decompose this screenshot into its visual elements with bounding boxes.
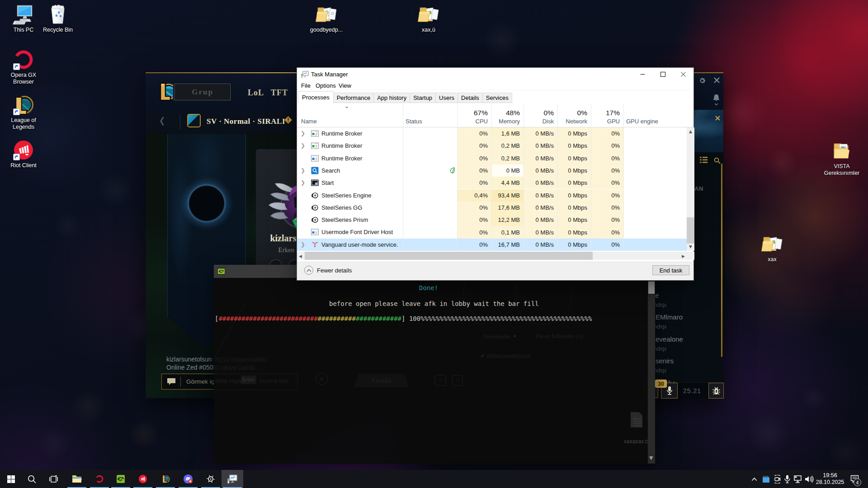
cell-cpu: 0,4% (457, 189, 491, 202)
friend-name: de (651, 291, 720, 299)
tray-show-hidden-icons[interactable] (748, 470, 760, 488)
tab-services[interactable]: Services (483, 93, 512, 103)
column-header-memory[interactable]: Memory (491, 118, 520, 125)
xax-icon-glyph (761, 233, 783, 255)
expand-chevron-icon[interactable]: ❯ (301, 131, 306, 136)
desktop-icon-xax[interactable]: xax (755, 233, 789, 263)
desktop-icon-opera-gx[interactable]: Opera GX Browser (6, 49, 41, 85)
scroll-down-arrow[interactable]: ▼ (689, 244, 692, 249)
end-task-button[interactable]: End task (652, 265, 689, 275)
desktop-icon-riot-client[interactable]: Riot Client (6, 139, 41, 169)
settings-gear-icon[interactable] (698, 77, 706, 84)
league-group-button[interactable]: Grup (175, 84, 231, 100)
expand-chevron-icon[interactable]: ❯ (301, 242, 306, 247)
fewer-details-icon[interactable] (304, 266, 313, 275)
cell-disk: 0 MB/s (524, 226, 557, 238)
menu-view[interactable]: View (339, 82, 351, 89)
process-icon-steelseries-glyph (311, 216, 319, 224)
process-row-steelseries-engine[interactable]: SteelSeries Engine 0,4%93,4 MB0 MB/s0 Mb… (297, 189, 687, 202)
cell-disk: 0 MB/s (524, 152, 557, 164)
action-center-button[interactable] (846, 470, 863, 488)
process-row-steelseries-prism[interactable]: SteelSeries Prism 0%12,2 MB0 MB/s0 Mbps0… (297, 214, 687, 226)
back-chevron-icon[interactable]: ❮ (159, 116, 165, 126)
process-row-start[interactable]: ❯ Start 0%4,4 MB0 MB/s0 Mbps0% (297, 177, 687, 189)
fewer-details-label[interactable]: Fewer details (317, 267, 352, 274)
tab-startup[interactable]: Startup (410, 93, 436, 103)
scroll-up-arrow[interactable]: ▲ (689, 129, 692, 134)
desktop-icon-this-pc[interactable]: This PC (6, 4, 41, 33)
promo-close-icon[interactable] (715, 115, 721, 121)
minimize-button[interactable] (632, 68, 653, 81)
social-scrollbar[interactable] (721, 164, 722, 357)
desktop-icon-league-of-legends[interactable]: League of Legends (6, 94, 41, 130)
tray-capture-icon-glyph (773, 475, 782, 483)
tab-performance[interactable]: Performance (334, 93, 374, 103)
client-close-icon[interactable] (713, 77, 720, 84)
tray-microphone-icon[interactable] (783, 470, 792, 488)
desktop-icon-xax-u[interactable]: xax,ü (411, 4, 446, 33)
process-vertical-scrollbar[interactable]: ▲ ▼ (687, 127, 694, 251)
process-icon-steelseries-glyph (311, 192, 319, 199)
expand-chevron-icon[interactable]: ❯ (301, 143, 306, 148)
process-row-runtime-broker[interactable]: ❯ Runtime Broker 0%1,6 MB0 MB/s0 Mbps0% (297, 127, 687, 140)
tray-network-icon[interactable] (792, 470, 804, 488)
tray-capture-icon[interactable] (772, 470, 783, 488)
riot-client-label: Riot Client (10, 162, 37, 169)
process-row-search[interactable]: ❯ Search 0%0 MB0 MB/s0 Mbps0% (297, 164, 687, 177)
column-separator (457, 103, 458, 251)
process-horizontal-scrollbar[interactable]: ◀ ▶ (297, 252, 687, 260)
menu-options[interactable]: Options (316, 82, 336, 89)
expand-chevron-icon[interactable]: ❯ (301, 168, 306, 173)
friend-search-icon[interactable] (714, 157, 721, 164)
process-icon-window-green-glyph (311, 130, 319, 137)
notification-bell-icon[interactable] (712, 94, 720, 103)
process-row-runtime-broker[interactable]: Runtime Broker 0%0,2 MB0 MB/s0 Mbps0% (297, 152, 687, 164)
scroll-left-arrow[interactable]: ◀ (299, 254, 302, 258)
column-header-name[interactable]: Name (301, 118, 317, 125)
recycle-bin-label: Recycle Bin (43, 27, 73, 33)
tray-app-window-icon[interactable] (760, 470, 771, 488)
shortcut-arrow-icon (13, 108, 20, 115)
horizontal-scroll-thumb[interactable] (305, 252, 593, 260)
console-scrollbar[interactable]: ▼ (648, 278, 655, 464)
column-header-network[interactable]: Network (557, 118, 587, 125)
tray-clock[interactable]: 19:56 28.10.2025 (813, 472, 847, 486)
process-row-usermode-font-driver-host[interactable]: Usermode Font Driver Host 0%0,1 MB0 MB/s… (297, 226, 687, 238)
desktop-icon-goodbyedp[interactable]: goodbyedp... (309, 4, 344, 33)
desktop-icon-recycle-bin[interactable]: Recycle Bin (41, 4, 75, 33)
cell-cpu: 0% (457, 202, 491, 214)
shortcut-arrow-icon-glyph (14, 155, 19, 159)
process-row-steelseries-gg[interactable]: SteelSeries GG 0%17,6 MB0 MB/s0 Mbps0% (297, 202, 687, 214)
column-header-gpu-engine[interactable]: GPU engine (626, 118, 658, 125)
suspended-leaf-icon (449, 167, 456, 174)
cell-gpu: 0% (591, 202, 623, 214)
menu-file[interactable]: File (301, 82, 311, 89)
column-header-status[interactable]: Status (406, 118, 422, 125)
tab-processes[interactable]: Processes (298, 91, 334, 103)
tab-users[interactable]: Users (436, 93, 458, 103)
process-row-runtime-broker[interactable]: ❯ Runtime Broker 0%0,2 MB0 MB/s0 Mbps0% (297, 140, 687, 152)
roster-list-icon[interactable] (700, 157, 708, 163)
column-header-gpu[interactable]: GPU (591, 118, 620, 125)
tab-details[interactable]: Details (458, 93, 483, 103)
task-manager-titlebar[interactable]: Task Manager (297, 68, 693, 81)
league-nav-tft[interactable]: TFT (271, 88, 288, 98)
column-header-cpu[interactable]: CPU (457, 118, 488, 125)
close-button[interactable] (673, 68, 693, 81)
info-diamond-icon[interactable] (284, 116, 294, 126)
process-row-vanguard-user-mode-service[interactable]: ❯ Vanguard user-mode service. 0%16,7 MB0… (297, 239, 687, 251)
process-icon-steelseries (311, 192, 319, 199)
desktop-icon-vista-gereksinimler[interactable]: VISTA Gereksınımler (825, 140, 859, 176)
league-nav-lol[interactable]: LoL (248, 88, 264, 98)
vertical-scroll-thumb[interactable] (687, 217, 694, 244)
maximize-button[interactable] (653, 68, 673, 81)
tab-app-history[interactable]: App history (374, 93, 410, 103)
cell-gpu: 0% (591, 152, 623, 164)
ghost-member-check: ✓ kizlarsunetolsun (480, 352, 531, 359)
column-header-disk[interactable]: Disk (524, 118, 554, 125)
console-scroll-thumb[interactable] (648, 282, 655, 294)
bug-report-button[interactable] (708, 383, 724, 399)
expand-chevron-icon[interactable]: ❯ (301, 180, 306, 185)
console-scroll-down-arrow[interactable]: ▼ (649, 455, 653, 461)
scroll-right-arrow[interactable]: ▶ (682, 254, 685, 258)
